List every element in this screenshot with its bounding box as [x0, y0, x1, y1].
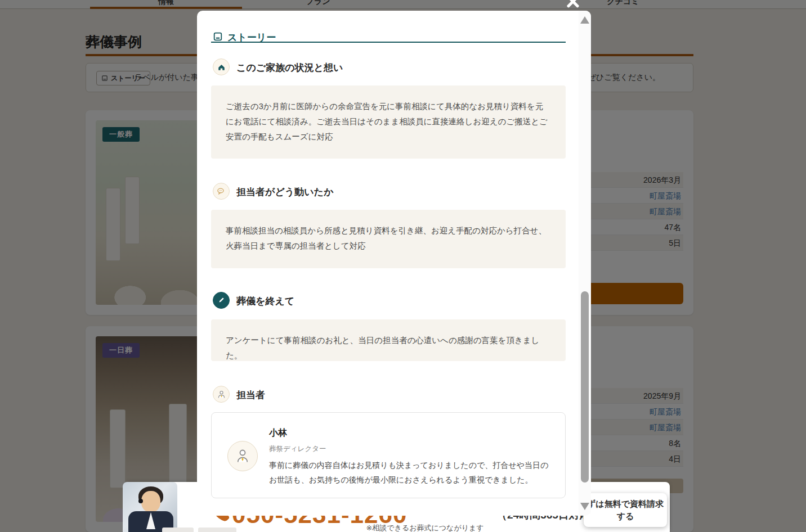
operator-photo [123, 482, 177, 532]
person-icon [213, 386, 230, 403]
scrollbar-thumb[interactable] [581, 291, 589, 483]
section-heading: 担当者がどう動いたか [236, 186, 333, 199]
modal-title-underline [211, 42, 566, 43]
section-heading: 葬儀を終えて [236, 295, 294, 308]
story-modal: ストーリー このご家族の状況と想い ご逝去の3か月前に医師からの余命宣告を元に事… [197, 11, 591, 516]
section-body: アンケートにて事前相談のお礼と、当日の担当者の心遣いへの感謝の言葉を頂きました。 [211, 319, 566, 361]
section-body: ご逝去の3か月前に医師からの余命宣告を元に事前相談にて具体的なお見積り資料を元に… [211, 85, 566, 159]
home-icon [213, 58, 230, 75]
scroll-up-arrow[interactable] [580, 16, 589, 24]
story-label-icon [213, 31, 223, 42]
staff-role: 葬祭ディレクター [269, 444, 326, 454]
modal-scrollbar[interactable] [579, 11, 591, 516]
chat-icon [213, 183, 230, 200]
staff-card: 小林 葬祭ディレクター 事前に葬儀の内容自体はお見積りも決まっておりましたので、… [211, 412, 566, 498]
staff-name: 小林 [269, 427, 287, 439]
staff-avatar [227, 441, 258, 471]
section-heading: 担当者 [236, 389, 265, 402]
small-pill [198, 528, 236, 532]
request-materials-button[interactable]: ずは無料で資料請求する [584, 493, 667, 527]
close-icon[interactable] [564, 0, 582, 10]
headset-icon [138, 499, 143, 503]
small-pill [162, 528, 194, 532]
section-body: 事前相談担当の相談員から所感と見積り資料を引き継、お迎え手配の対応から打合せ、火… [211, 210, 566, 268]
operator-face [141, 491, 160, 512]
pen-icon [213, 292, 230, 309]
scroll-down-arrow[interactable] [580, 503, 589, 510]
phone-note: ※相談できるお葬式につながります [324, 523, 526, 532]
screen: 情報 プラン クチコミ 葬儀事例 ストーリー ラベルが付いた事例 考にぜひご覧く… [0, 0, 806, 532]
section-heading: このご家族の状況と想い [236, 61, 343, 74]
staff-comment: 事前に葬儀の内容自体はお見積りも決まっておりましたので、打合せや当日のお世話も、… [269, 458, 550, 487]
